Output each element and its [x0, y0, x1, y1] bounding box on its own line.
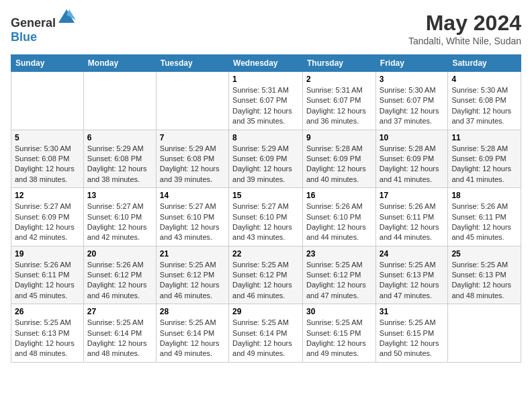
cell-daylight: Daylight: 12 hours and 39 minutes. [160, 165, 220, 183]
day-cell: 20Sunrise: 5:26 AMSunset: 6:12 PMDayligh… [83, 246, 156, 304]
cell-sunrise: Sunrise: 5:25 AM [160, 318, 216, 326]
cell-sunrise: Sunrise: 5:26 AM [451, 202, 508, 210]
cell-daylight: Daylight: 12 hours and 44 minutes. [380, 223, 439, 241]
day-cell: 26Sunrise: 5:25 AMSunset: 6:13 PMDayligh… [11, 304, 84, 363]
cell-daylight: Daylight: 12 hours and 46 minutes. [232, 281, 292, 299]
day-cell: 6Sunrise: 5:29 AMSunset: 6:08 PMDaylight… [83, 130, 156, 188]
cell-daylight: Daylight: 12 hours and 49 minutes. [306, 339, 366, 357]
day-cell: 11Sunrise: 5:28 AMSunset: 6:09 PMDayligh… [448, 130, 521, 188]
cell-sunrise: Sunrise: 5:30 AM [451, 86, 508, 94]
header-row: Sunday Monday Tuesday Wednesday Thursday… [11, 55, 521, 72]
cell-sunset: Sunset: 6:09 PM [380, 154, 434, 163]
cell-sunrise: Sunrise: 5:29 AM [160, 144, 216, 152]
cell-sunrise: Sunrise: 5:25 AM [380, 318, 436, 326]
day-cell: 19Sunrise: 5:26 AMSunset: 6:11 PMDayligh… [11, 246, 84, 304]
day-number: 6 [87, 133, 152, 142]
day-number: 13 [87, 191, 152, 200]
cell-sunset: Sunset: 6:09 PM [15, 213, 69, 221]
cell-sunset: Sunset: 6:11 PM [15, 271, 69, 279]
day-cell [448, 304, 521, 363]
cell-daylight: Daylight: 12 hours and 45 minutes. [15, 281, 75, 299]
day-cell: 25Sunrise: 5:25 AMSunset: 6:13 PMDayligh… [448, 246, 521, 304]
location-title: Tandalti, White Nile, Sudan [408, 36, 521, 46]
day-cell: 7Sunrise: 5:29 AMSunset: 6:08 PMDaylight… [156, 130, 228, 188]
day-cell: 15Sunrise: 5:27 AMSunset: 6:10 PMDayligh… [229, 188, 303, 246]
header-saturday: Saturday [448, 55, 521, 72]
cell-sunrise: Sunrise: 5:25 AM [232, 261, 289, 269]
cell-sunrise: Sunrise: 5:28 AM [306, 144, 363, 152]
day-number: 14 [160, 191, 225, 200]
cell-daylight: Daylight: 12 hours and 44 minutes. [306, 223, 366, 241]
cell-daylight: Daylight: 12 hours and 41 minutes. [380, 165, 439, 183]
cell-daylight: Daylight: 12 hours and 43 minutes. [232, 223, 292, 241]
day-number: 17 [380, 191, 445, 200]
day-cell: 18Sunrise: 5:26 AMSunset: 6:11 PMDayligh… [448, 188, 521, 246]
month-title: May 2024 [408, 11, 521, 36]
cell-sunrise: Sunrise: 5:25 AM [87, 318, 144, 326]
cell-sunset: Sunset: 6:14 PM [232, 329, 287, 337]
day-number: 9 [306, 133, 372, 142]
header-thursday: Thursday [303, 55, 376, 72]
cell-daylight: Daylight: 12 hours and 45 minutes. [451, 223, 511, 241]
day-number: 19 [15, 249, 80, 259]
cell-daylight: Daylight: 12 hours and 36 minutes. [306, 107, 366, 125]
day-cell: 13Sunrise: 5:27 AMSunset: 6:10 PMDayligh… [83, 188, 156, 246]
cell-daylight: Daylight: 12 hours and 48 minutes. [87, 339, 147, 357]
cell-sunset: Sunset: 6:09 PM [451, 154, 506, 163]
cell-daylight: Daylight: 12 hours and 48 minutes. [451, 281, 511, 299]
week-row-3: 19Sunrise: 5:26 AMSunset: 6:11 PMDayligh… [11, 246, 521, 304]
cell-daylight: Daylight: 12 hours and 35 minutes. [232, 107, 292, 125]
cell-sunset: Sunset: 6:12 PM [306, 271, 361, 279]
day-cell: 14Sunrise: 5:27 AMSunset: 6:10 PMDayligh… [156, 188, 228, 246]
cell-sunrise: Sunrise: 5:25 AM [380, 261, 436, 269]
day-cell: 28Sunrise: 5:25 AMSunset: 6:14 PMDayligh… [156, 304, 228, 363]
cell-sunrise: Sunrise: 5:29 AM [87, 144, 144, 152]
cell-sunset: Sunset: 6:11 PM [380, 213, 434, 221]
header-monday: Monday [83, 55, 156, 72]
cell-daylight: Daylight: 12 hours and 37 minutes. [380, 107, 439, 125]
day-number: 20 [87, 249, 152, 259]
cell-sunrise: Sunrise: 5:31 AM [232, 86, 289, 94]
cell-sunset: Sunset: 6:09 PM [232, 154, 287, 163]
calendar-table: Sunday Monday Tuesday Wednesday Thursday… [11, 54, 521, 363]
day-cell: 17Sunrise: 5:26 AMSunset: 6:11 PMDayligh… [375, 188, 448, 246]
cell-sunset: Sunset: 6:09 PM [306, 154, 361, 163]
cell-sunrise: Sunrise: 5:26 AM [15, 261, 71, 269]
cell-sunset: Sunset: 6:14 PM [87, 329, 142, 337]
day-cell: 12Sunrise: 5:27 AMSunset: 6:09 PMDayligh… [11, 188, 84, 246]
cell-sunrise: Sunrise: 5:27 AM [232, 202, 289, 210]
cell-daylight: Daylight: 12 hours and 47 minutes. [380, 281, 439, 299]
cell-sunrise: Sunrise: 5:30 AM [15, 144, 71, 152]
cell-sunset: Sunset: 6:15 PM [306, 329, 361, 337]
cell-sunset: Sunset: 6:13 PM [15, 329, 69, 337]
day-number: 5 [15, 133, 80, 142]
cell-sunset: Sunset: 6:08 PM [160, 154, 214, 163]
cell-daylight: Daylight: 12 hours and 50 minutes. [380, 339, 439, 357]
day-number: 29 [232, 307, 299, 316]
logo-general: General [11, 16, 56, 30]
day-number: 7 [160, 133, 225, 142]
day-number: 30 [306, 307, 372, 316]
cell-sunrise: Sunrise: 5:25 AM [15, 318, 71, 326]
cell-daylight: Daylight: 12 hours and 43 minutes. [160, 223, 220, 241]
day-cell: 24Sunrise: 5:25 AMSunset: 6:13 PMDayligh… [375, 246, 448, 304]
cell-daylight: Daylight: 12 hours and 49 minutes. [232, 339, 292, 357]
cell-sunset: Sunset: 6:08 PM [451, 96, 506, 104]
cell-sunset: Sunset: 6:08 PM [87, 154, 142, 163]
day-cell: 27Sunrise: 5:25 AMSunset: 6:14 PMDayligh… [83, 304, 156, 363]
logo: General Blue [11, 11, 76, 44]
cell-sunrise: Sunrise: 5:25 AM [451, 261, 508, 269]
day-cell: 22Sunrise: 5:25 AMSunset: 6:12 PMDayligh… [229, 246, 303, 304]
day-cell [11, 72, 84, 130]
day-number: 26 [15, 307, 80, 316]
header-sunday: Sunday [11, 55, 84, 72]
day-number: 23 [306, 249, 372, 259]
day-cell: 31Sunrise: 5:25 AMSunset: 6:15 PMDayligh… [375, 304, 448, 363]
cell-daylight: Daylight: 12 hours and 41 minutes. [451, 165, 511, 183]
cell-sunset: Sunset: 6:14 PM [160, 329, 214, 337]
week-row-1: 5Sunrise: 5:30 AMSunset: 6:08 PMDaylight… [11, 130, 521, 188]
cell-sunrise: Sunrise: 5:25 AM [160, 261, 216, 269]
day-cell [156, 72, 228, 130]
header-tuesday: Tuesday [156, 55, 228, 72]
cell-sunrise: Sunrise: 5:26 AM [306, 202, 363, 210]
